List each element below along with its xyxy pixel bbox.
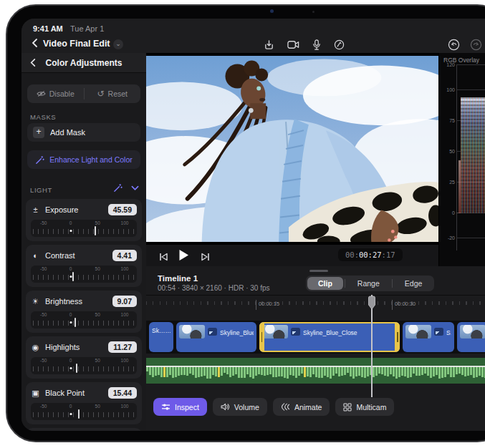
slider-indicator[interactable] (76, 364, 77, 373)
slider-indicator[interactable] (78, 409, 80, 419)
undo-icon[interactable] (448, 39, 460, 51)
slider-indicator[interactable] (72, 272, 74, 281)
audio-bar (418, 366, 421, 376)
control-value[interactable]: 11.27 (108, 341, 137, 353)
audio-bar (436, 366, 438, 375)
audio-bar (181, 366, 183, 375)
slider-indicator[interactable] (95, 226, 96, 235)
audio-track[interactable] (146, 358, 485, 384)
playhead-handle[interactable] (368, 296, 376, 313)
control-slider[interactable]: -50050100 (31, 357, 137, 374)
control-slider[interactable]: -50050100 (31, 311, 137, 328)
slider-scale-label: 100 (121, 404, 129, 409)
audio-bar (244, 366, 246, 378)
audio-bar (146, 366, 148, 371)
audio-bar (338, 366, 340, 376)
photo-icon (291, 328, 300, 336)
timeline-clip[interactable]: Skyline_Blue_Wide (176, 322, 256, 352)
audio-bar (324, 366, 326, 376)
multicam-button[interactable]: Multicam (335, 398, 394, 416)
animate-button[interactable]: Animate (273, 398, 330, 416)
ruler-label: 00:00:15 (256, 300, 279, 310)
audio-bar (287, 366, 289, 379)
audio-bar (410, 366, 412, 377)
clip-thumbnail (460, 325, 485, 339)
microphone-icon[interactable] (312, 39, 321, 50)
project-title[interactable]: Video Final Edit (43, 39, 110, 49)
rgb-overlay-scope[interactable]: RGB Overlay 1201007550250-20 (438, 53, 485, 266)
enhance-light-color-button[interactable]: Enhance Light and Color (27, 150, 140, 169)
volume-button[interactable]: Volume (213, 398, 267, 416)
transport-bar: 00:00:27:17 (146, 245, 438, 266)
clip-trim-handle-right[interactable] (397, 332, 398, 342)
timeline-drag-handle[interactable] (309, 270, 328, 272)
animate-icon (281, 403, 290, 411)
redo-icon[interactable] (470, 39, 482, 51)
pencil-circle-icon[interactable] (334, 39, 345, 50)
play-button-icon[interactable] (178, 249, 189, 264)
audio-bar (172, 366, 174, 378)
timeline-clip[interactable]: Sk…… (149, 322, 173, 352)
audio-bar (221, 366, 223, 376)
camera-icon[interactable] (287, 40, 299, 49)
import-icon[interactable] (264, 39, 274, 50)
slider-scale-label: 100 (121, 220, 129, 225)
control-value[interactable]: 15.44 (108, 387, 137, 399)
section-wand-icon[interactable] (113, 183, 123, 193)
light-section-header: LIGHT (21, 183, 146, 196)
slider-scale-label: 0 (69, 358, 72, 363)
audio-bar (373, 366, 375, 377)
add-mask-button[interactable]: + Add Mask (27, 123, 140, 142)
audio-bar (330, 366, 332, 379)
volume-icon (221, 403, 230, 411)
slider-scale-label: 0 (69, 220, 72, 225)
next-frame-icon[interactable] (201, 251, 210, 264)
control-slider[interactable]: -50050100 (31, 266, 137, 283)
control-slider[interactable]: -50050100 (31, 403, 137, 420)
timeline-clip[interactable] (457, 322, 485, 352)
scope-axis-value: 75 (441, 117, 455, 122)
audio-bar (335, 366, 337, 374)
panel-title: Color Adjustments (21, 58, 146, 68)
clip-name: Sk…… (152, 327, 171, 334)
audio-bar (390, 366, 392, 374)
reset-button[interactable]: ↺ Reset (85, 84, 141, 103)
photo-icon (434, 328, 443, 336)
audio-bar (232, 366, 234, 376)
timeline-clip[interactable]: S…… (403, 322, 454, 352)
section-collapse-chevron-icon[interactable] (131, 185, 139, 191)
scope-axis-value: 0 (441, 210, 455, 215)
inspect-button[interactable]: Inspect (153, 398, 207, 416)
mode-clip[interactable]: Clip (307, 277, 343, 290)
control-value[interactable]: 45.59 (108, 204, 137, 215)
slider-indicator[interactable] (75, 318, 76, 327)
audio-bar (255, 366, 257, 376)
slider-scale-label: 50 (95, 266, 100, 271)
timeline-ruler[interactable]: 00:00:1500:00:30 (146, 295, 485, 315)
scope-axis-value: 25 (441, 180, 455, 185)
audio-volume-line[interactable] (146, 366, 485, 367)
control-slider[interactable]: -50050100 (31, 220, 137, 237)
control-value[interactable]: 9.07 (112, 296, 137, 307)
slider-scale-label: 0 (69, 266, 72, 271)
video-viewer[interactable] (146, 53, 438, 245)
audio-bar (160, 366, 163, 377)
back-icon[interactable] (30, 38, 42, 49)
video-frame (146, 56, 438, 242)
audio-bar (473, 366, 475, 378)
title-dropdown-icon[interactable]: ⌄ (113, 39, 123, 49)
audio-bar (456, 366, 458, 374)
audio-bar (186, 366, 188, 376)
slider-scale-label: 100 (121, 358, 129, 363)
previous-frame-icon[interactable] (159, 251, 168, 264)
mode-edge[interactable]: Edge (394, 277, 433, 290)
disable-button[interactable]: Disable (27, 84, 84, 103)
audio-waveform (146, 366, 485, 382)
slider-scale-label: 50 (95, 358, 100, 363)
clip-name: Skyline_Blue_Wide (220, 329, 254, 336)
control-value[interactable]: 4.41 (112, 250, 137, 261)
edit-mode-segment: ClipRangeEdge (306, 276, 434, 291)
timeline-clip-selected[interactable]: Skyline_Blue_Close (259, 322, 400, 352)
clip-trim-handle-left[interactable] (261, 332, 263, 342)
mode-range[interactable]: Range (347, 277, 390, 290)
